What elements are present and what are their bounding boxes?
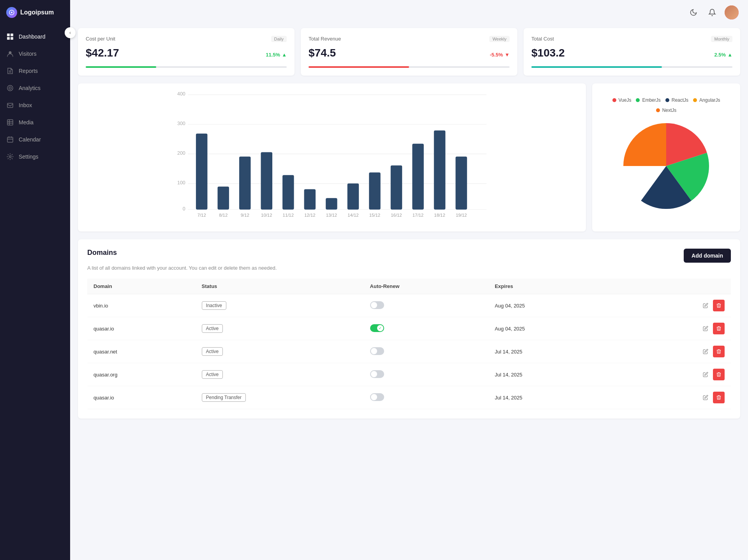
svg-rect-35 (239, 157, 251, 210)
bar-chart-container: 400 300 200 100 0 7/12 (86, 91, 578, 224)
delete-domain-button[interactable] (713, 369, 725, 380)
sidebar-item-settings[interactable]: Settings (0, 148, 70, 165)
cell-autorenew: ✕ (364, 340, 489, 363)
svg-rect-37 (261, 152, 272, 209)
toggle-knob (371, 302, 377, 308)
sidebar-item-inbox[interactable]: Inbox (0, 97, 70, 114)
table-row: quasar.io Active ✓ Aug 04, 2025 (87, 317, 731, 340)
sidebar-item-label: Analytics (19, 85, 41, 91)
cell-status: Active (196, 340, 364, 363)
cell-actions (615, 386, 731, 409)
svg-point-9 (7, 85, 13, 91)
edit-domain-button[interactable] (700, 300, 711, 311)
action-buttons (621, 346, 725, 357)
sidebar-item-label: Dashboard (19, 34, 46, 40)
auto-renew-toggle[interactable]: ✕ (370, 370, 384, 378)
svg-text:18/12: 18/12 (434, 213, 445, 217)
visitors-icon (6, 50, 14, 58)
domains-table-body: vbin.io Inactive ✕ Aug 04, 2025 (87, 294, 731, 409)
stat-progress-fill (309, 66, 409, 68)
legend-dot (693, 98, 697, 102)
svg-text:15/12: 15/12 (369, 213, 380, 217)
pie-chart-svg (623, 123, 709, 209)
sidebar-item-label: Settings (19, 154, 39, 160)
status-badge: Active (202, 324, 223, 333)
edit-domain-button[interactable] (700, 369, 711, 380)
edit-domain-button[interactable] (700, 323, 711, 334)
col-expires: Expires (489, 279, 615, 294)
sidebar-item-analytics[interactable]: Analytics (0, 79, 70, 97)
cell-status: Pending Transfer (196, 386, 364, 409)
dashboard-icon (6, 33, 14, 41)
status-badge: Inactive (202, 301, 226, 310)
main-content: Cost per Unit Daily $42.17 11.5% ▲ Total… (70, 0, 748, 560)
change-value: -5.5% (490, 52, 503, 58)
svg-rect-53 (434, 131, 445, 210)
legend-label: EmberJs (642, 97, 660, 103)
domains-description: A list of all domains linked with your a… (87, 265, 731, 271)
cell-expires: Jul 14, 2025 (489, 386, 615, 409)
sidebar-item-label: Media (19, 119, 34, 125)
action-buttons (621, 392, 725, 403)
sidebar-item-reports[interactable]: Reports (0, 62, 70, 79)
status-badge: Active (202, 347, 223, 356)
legend-nextjs: NextJs (656, 108, 677, 113)
logo-icon (6, 7, 17, 18)
sidebar-item-calendar[interactable]: Calendar (0, 131, 70, 148)
auto-renew-toggle[interactable]: ✕ (370, 347, 384, 355)
svg-rect-33 (217, 187, 229, 210)
sidebar-collapse-button[interactable]: ‹ (65, 27, 76, 38)
bar-chart-card: 400 300 200 100 0 7/12 (78, 83, 586, 231)
sidebar-item-dashboard[interactable]: Dashboard (0, 28, 70, 45)
logo[interactable]: Logoipsum (0, 0, 70, 25)
toggle-knob: ✓ (377, 325, 383, 331)
stat-title: Cost per Unit (86, 36, 115, 42)
pie-chart-container (600, 119, 732, 213)
reports-icon (6, 67, 14, 75)
stat-progress-bar (309, 66, 510, 68)
arrow-down-icon: ▼ (505, 52, 510, 58)
edit-domain-button[interactable] (700, 346, 711, 357)
media-icon (6, 118, 14, 126)
delete-domain-button[interactable] (713, 392, 725, 403)
svg-rect-41 (304, 189, 316, 210)
sidebar-item-media[interactable]: Media (0, 114, 70, 131)
col-autorenew: Auto-Renew (364, 279, 489, 294)
sidebar-item-visitors[interactable]: Visitors (0, 45, 70, 62)
cell-domain: quasar.net (87, 340, 196, 363)
svg-text:10/12: 10/12 (261, 213, 272, 217)
svg-text:19/12: 19/12 (456, 213, 467, 217)
auto-renew-toggle[interactable]: ✕ (370, 393, 384, 401)
change-value: 11.5% (266, 52, 280, 58)
cell-actions (615, 363, 731, 386)
svg-rect-49 (391, 165, 402, 209)
svg-text:14/12: 14/12 (348, 213, 358, 217)
svg-text:12/12: 12/12 (304, 213, 315, 217)
svg-text:200: 200 (177, 150, 185, 156)
theme-toggle-button[interactable] (687, 6, 700, 19)
stat-badge: Daily (271, 36, 287, 42)
delete-domain-button[interactable] (713, 300, 725, 311)
svg-text:16/12: 16/12 (391, 213, 402, 217)
add-domain-button[interactable]: Add domain (684, 249, 731, 263)
stats-cards: Cost per Unit Daily $42.17 11.5% ▲ Total… (78, 28, 740, 76)
stat-progress-bar (531, 66, 732, 68)
auto-renew-toggle[interactable]: ✕ (370, 301, 384, 309)
notifications-button[interactable] (706, 6, 718, 19)
cell-actions (615, 340, 731, 363)
auto-renew-toggle[interactable]: ✓ (370, 324, 384, 332)
table-row: quasar.io Pending Transfer ✕ Jul 14, 202… (87, 386, 731, 409)
cell-expires: Aug 04, 2025 (489, 317, 615, 340)
user-avatar[interactable] (725, 5, 739, 19)
legend-angularjs: AngularJs (693, 97, 720, 103)
delete-domain-button[interactable] (713, 346, 725, 357)
svg-text:9/12: 9/12 (241, 213, 249, 217)
pie-chart-card: VueJs EmberJs ReactJs AngularJs NextJs (592, 83, 740, 231)
edit-domain-button[interactable] (700, 392, 711, 403)
svg-text:400: 400 (177, 91, 185, 97)
stat-progress-fill (531, 66, 662, 68)
svg-text:300: 300 (177, 121, 185, 126)
delete-domain-button[interactable] (713, 323, 725, 334)
legend-dot (612, 98, 616, 102)
cell-domain: vbin.io (87, 294, 196, 317)
